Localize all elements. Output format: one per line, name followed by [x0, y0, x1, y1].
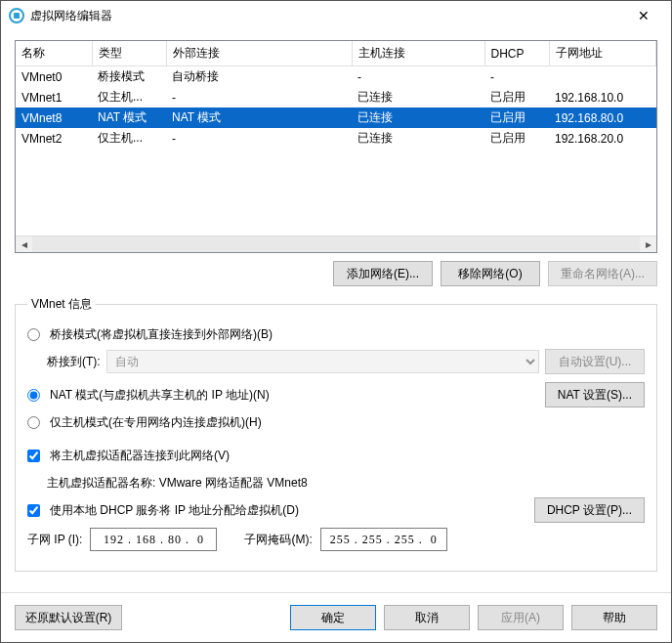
- bridged-label: 桥接模式(将虚拟机直接连接到外部网络)(B): [50, 326, 273, 343]
- table-row[interactable]: VMnet1仅主机...-已连接已启用192.168.10.0: [16, 87, 656, 107]
- col-type[interactable]: 类型: [92, 41, 166, 66]
- table-cell: VMnet1: [16, 87, 92, 107]
- table-cell: NAT 模式: [92, 107, 166, 128]
- scroll-track[interactable]: [32, 236, 640, 252]
- vmnet-info-group: VMnet 信息 桥接模式(将虚拟机直接连接到外部网络)(B) 桥接到(T): …: [15, 296, 657, 572]
- col-subnet[interactable]: 子网地址: [549, 41, 656, 66]
- table-cell: VMnet2: [16, 128, 92, 149]
- subnet-mask-input[interactable]: [320, 528, 447, 551]
- nat-settings-button[interactable]: NAT 设置(S)...: [545, 382, 645, 407]
- table-cell: 192.168.20.0: [549, 128, 656, 149]
- connect-adapter-checkbox[interactable]: [27, 450, 40, 462]
- table-cell: 仅主机...: [92, 87, 166, 107]
- bridge-to-select: 自动: [106, 350, 539, 373]
- table-cell: 仅主机...: [92, 128, 166, 149]
- auto-settings-button: 自动设置(U)...: [545, 349, 645, 374]
- table-cell: [549, 66, 656, 88]
- table-header-row: 名称 类型 外部连接 主机连接 DHCP 子网地址: [16, 41, 656, 66]
- table-cell: 桥接模式: [92, 66, 166, 88]
- close-icon[interactable]: ✕: [624, 2, 663, 29]
- footer: 还原默认设置(R) 确定 取消 应用(A) 帮助: [1, 592, 671, 642]
- use-dhcp-checkbox[interactable]: [27, 504, 40, 517]
- virtual-network-editor-window: 虚拟网络编辑器 ✕ 名称 类型 外部连接 主机连接 DHCP 子网地址 VMne…: [0, 0, 672, 643]
- hostonly-label: 仅主机模式(在专用网络内连接虚拟机)(H): [50, 414, 262, 431]
- table-cell: 已启用: [484, 128, 549, 149]
- restore-defaults-button[interactable]: 还原默认设置(R): [15, 605, 122, 630]
- nat-label: NAT 模式(与虚拟机共享主机的 IP 地址)(N): [50, 387, 270, 404]
- remove-network-button[interactable]: 移除网络(O): [441, 261, 540, 286]
- titlebar: 虚拟网络编辑器 ✕: [1, 1, 671, 30]
- apply-button: 应用(A): [478, 605, 564, 630]
- table-cell: VMnet0: [16, 66, 92, 88]
- table-row[interactable]: VMnet0桥接模式自动桥接--: [16, 66, 656, 88]
- bridge-to-row: 桥接到(T): 自动 自动设置(U)...: [27, 348, 645, 375]
- table-cell: NAT 模式: [166, 107, 352, 128]
- adapter-name-row: 主机虚拟适配器名称: VMware 网络适配器 VMnet8: [27, 469, 645, 496]
- ok-button[interactable]: 确定: [290, 605, 376, 630]
- subnet-ip-input[interactable]: [90, 528, 217, 551]
- subnet-row: 子网 IP (I): 子网掩码(M):: [27, 524, 645, 559]
- hostonly-radio-row[interactable]: 仅主机模式(在专用网络内连接虚拟机)(H): [27, 408, 645, 436]
- dhcp-settings-button[interactable]: DHCP 设置(P)...: [534, 497, 645, 523]
- table-cell: 192.168.80.0: [549, 107, 656, 128]
- table-cell: 已启用: [484, 107, 549, 128]
- hostonly-radio[interactable]: [27, 416, 40, 429]
- table-cell: -: [166, 87, 352, 107]
- table-cell: -: [352, 66, 484, 88]
- cancel-button[interactable]: 取消: [384, 605, 470, 630]
- network-table: 名称 类型 外部连接 主机连接 DHCP 子网地址 VMnet0桥接模式自动桥接…: [15, 40, 657, 253]
- col-host[interactable]: 主机连接: [352, 41, 484, 66]
- col-dhcp[interactable]: DHCP: [484, 41, 549, 66]
- nat-radio[interactable]: [27, 389, 40, 402]
- scroll-right-icon[interactable]: ▸: [640, 236, 656, 252]
- rename-network-button: 重命名网络(A)...: [548, 261, 657, 286]
- table-cell: -: [484, 66, 549, 88]
- subnet-ip-label: 子网 IP (I):: [27, 532, 82, 548]
- subnet-mask-label: 子网掩码(M):: [244, 532, 312, 548]
- content-area: 名称 类型 外部连接 主机连接 DHCP 子网地址 VMnet0桥接模式自动桥接…: [1, 30, 671, 592]
- table-cell: 已连接: [352, 87, 484, 107]
- col-ext[interactable]: 外部连接: [166, 41, 352, 66]
- connect-adapter-label: 将主机虚拟适配器连接到此网络(V): [50, 448, 230, 464]
- use-dhcp-row[interactable]: 使用本地 DHCP 服务将 IP 地址分配给虚拟机(D) DHCP 设置(P).…: [27, 496, 645, 524]
- table-cell: VMnet8: [16, 107, 92, 128]
- use-dhcp-label: 使用本地 DHCP 服务将 IP 地址分配给虚拟机(D): [50, 502, 299, 519]
- table-cell: -: [166, 128, 352, 149]
- table-row[interactable]: VMnet8NAT 模式NAT 模式已连接已启用192.168.80.0: [16, 107, 656, 128]
- bridge-to-label: 桥接到(T):: [47, 354, 101, 370]
- table-cell: 已连接: [352, 107, 484, 128]
- table-row[interactable]: VMnet2仅主机...-已连接已启用192.168.20.0: [16, 128, 656, 149]
- table-cell: 已连接: [352, 128, 484, 149]
- adapter-name-text: 主机虚拟适配器名称: VMware 网络适配器 VMnet8: [47, 475, 308, 492]
- group-legend: VMnet 信息: [27, 296, 96, 313]
- bridged-radio-row[interactable]: 桥接模式(将虚拟机直接连接到外部网络)(B): [27, 321, 645, 348]
- col-name[interactable]: 名称: [16, 41, 92, 66]
- table-button-row: 添加网络(E)... 移除网络(O) 重命名网络(A)...: [15, 253, 657, 296]
- app-icon: [9, 8, 24, 23]
- window-title: 虚拟网络编辑器: [30, 8, 624, 24]
- table-cell: 192.168.10.0: [549, 87, 656, 107]
- nat-radio-row[interactable]: NAT 模式(与虚拟机共享主机的 IP 地址)(N) NAT 设置(S)...: [27, 381, 645, 408]
- horizontal-scrollbar[interactable]: ◂ ▸: [16, 236, 656, 252]
- connect-adapter-row[interactable]: 将主机虚拟适配器连接到此网络(V): [27, 442, 645, 469]
- add-network-button[interactable]: 添加网络(E)...: [333, 261, 433, 286]
- help-button[interactable]: 帮助: [571, 605, 657, 630]
- scroll-left-icon[interactable]: ◂: [16, 236, 32, 252]
- bridged-radio[interactable]: [27, 328, 40, 341]
- table-cell: 已启用: [484, 87, 549, 107]
- table-cell: 自动桥接: [166, 66, 352, 88]
